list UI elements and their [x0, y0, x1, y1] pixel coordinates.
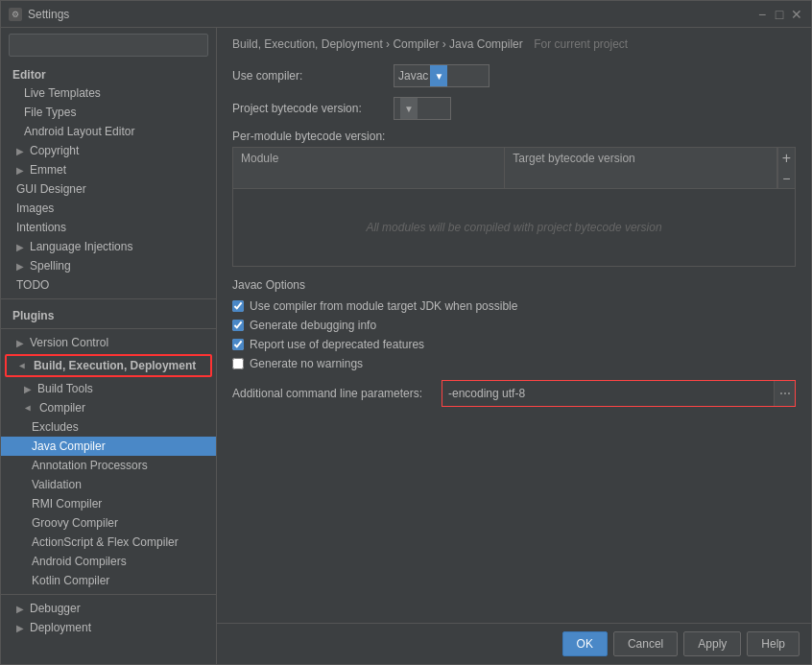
table-empty-message: All modules will be compiled with projec…: [366, 221, 661, 234]
use-compiler-label: Use compiler:: [232, 69, 386, 83]
cmd-input-wrapper: ⋯: [442, 380, 796, 407]
divider1: [1, 298, 216, 299]
use-compiler-dropdown-arrow[interactable]: ▼: [430, 65, 447, 86]
checkbox-use-compiler-module-input[interactable]: [232, 300, 244, 312]
checkbox-no-warnings-label[interactable]: Generate no warnings: [250, 357, 363, 370]
sidebar-item-java-compiler[interactable]: Java Compiler: [1, 437, 216, 456]
emmet-expand-icon: ▶: [16, 165, 24, 176]
sidebar-item-file-types[interactable]: File Types: [1, 103, 216, 122]
title-bar-buttons: − □ ✕: [755, 8, 803, 21]
use-compiler-row: Use compiler: Javac ▼: [232, 64, 796, 87]
ok-button[interactable]: OK: [562, 631, 608, 656]
checkbox-use-compiler-module: Use compiler from module target JDK when…: [232, 299, 796, 313]
sidebar-item-android-compilers[interactable]: Android Compilers: [1, 552, 216, 571]
validation-label: Validation: [32, 478, 82, 491]
maximize-button[interactable]: □: [773, 8, 786, 21]
sidebar-item-language-injections[interactable]: ▶ Language Injections: [1, 237, 216, 256]
use-compiler-value: Javac: [398, 69, 428, 83]
sidebar-item-emmet[interactable]: ▶ Emmet: [1, 160, 216, 179]
build-expand-icon: ▼: [17, 361, 28, 370]
live-templates-label: Live Templates: [24, 86, 101, 100]
help-button[interactable]: Help: [747, 631, 800, 656]
browse-icon: ⋯: [779, 387, 791, 400]
sidebar-item-spelling[interactable]: ▶ Spelling: [1, 256, 216, 275]
sidebar-item-images[interactable]: Images: [1, 199, 216, 218]
build-tools-label: Build Tools: [37, 382, 93, 395]
minimize-button[interactable]: −: [755, 8, 769, 21]
module-table: Module Target bytecode version + − All m…: [232, 147, 796, 267]
search-input[interactable]: [9, 34, 208, 57]
spelling-label: Spelling: [30, 259, 71, 273]
divider3: [1, 594, 216, 595]
android-compilers-label: Android Compilers: [32, 555, 127, 568]
per-module-label: Per-module bytecode version:: [232, 130, 385, 143]
sidebar-item-compiler[interactable]: ▼ Compiler: [1, 398, 216, 417]
cmd-params-input[interactable]: [442, 381, 774, 406]
sidebar-item-groovy-compiler[interactable]: Groovy Compiler: [1, 513, 216, 533]
copyright-expand-icon: ▶: [16, 146, 24, 156]
checkbox-no-warnings-input[interactable]: [232, 358, 244, 369]
sidebar-item-android-layout[interactable]: Android Layout Editor: [1, 122, 216, 141]
deployment-expand-icon: ▶: [16, 623, 24, 633]
table-remove-button[interactable]: −: [778, 169, 795, 188]
table-add-button[interactable]: +: [778, 148, 795, 169]
window-title: Settings: [28, 8, 69, 21]
checkbox-generate-debug: Generate debugging info: [232, 319, 796, 332]
cmd-params-label: Additional command line parameters:: [232, 387, 434, 400]
kotlin-compiler-label: Kotlin Compiler: [32, 574, 109, 587]
cmd-browse-button[interactable]: ⋯: [774, 381, 795, 406]
title-bar-left: ⚙ Settings: [9, 8, 69, 21]
lang-inject-label: Language Injections: [30, 240, 132, 253]
checkbox-generate-debug-input[interactable]: [232, 320, 244, 331]
checkbox-no-warnings: Generate no warnings: [232, 357, 796, 370]
project-bytecode-dropdown-arrow[interactable]: ▼: [400, 98, 418, 119]
sidebar-item-annotation-processors[interactable]: Annotation Processors: [1, 456, 216, 475]
sidebar-item-excludes[interactable]: Excludes: [1, 417, 216, 437]
apply-button[interactable]: Apply: [683, 631, 741, 656]
settings-window: ⚙ Settings − □ ✕ Editor Live Templates F…: [0, 0, 812, 665]
checkbox-report-deprecated-input[interactable]: [232, 339, 244, 350]
checkbox-generate-debug-label[interactable]: Generate debugging info: [250, 319, 376, 332]
sidebar: Editor Live Templates File Types Android…: [1, 28, 217, 664]
sidebar-item-copyright[interactable]: ▶ Copyright: [1, 141, 216, 160]
copyright-label: Copyright: [30, 144, 79, 157]
build-tools-expand-icon: ▶: [24, 384, 32, 394]
use-compiler-dropdown[interactable]: Javac ▼: [394, 64, 490, 87]
java-compiler-label: Java Compiler: [32, 439, 106, 453]
sidebar-item-rmi-compiler[interactable]: RMI Compiler: [1, 494, 216, 513]
sidebar-item-version-control[interactable]: ▶ Version Control: [1, 333, 216, 352]
sidebar-item-live-templates[interactable]: Live Templates: [1, 83, 216, 103]
compiler-label: Compiler: [39, 401, 85, 415]
sidebar-item-gui-designer[interactable]: GUI Designer: [1, 179, 216, 199]
project-bytecode-label: Project bytecode version:: [232, 102, 386, 115]
build-section-label: Build, Execution, Deployment: [34, 359, 196, 372]
todo-label: TODO: [16, 278, 49, 292]
sidebar-item-kotlin-compiler[interactable]: Kotlin Compiler: [1, 571, 216, 590]
divider2: [1, 328, 216, 329]
cmd-params-row: Additional command line parameters: ⋯: [232, 380, 796, 407]
checkbox-use-compiler-module-label[interactable]: Use compiler from module target JDK when…: [250, 299, 517, 313]
plugins-section-label: Plugins: [1, 303, 216, 324]
sidebar-item-debugger[interactable]: ▶ Debugger: [1, 599, 216, 618]
sidebar-item-actionscript-flex[interactable]: ActionScript & Flex Compiler: [1, 533, 216, 552]
vc-expand-icon: ▶: [16, 338, 24, 348]
checkbox-report-deprecated-label[interactable]: Report use of deprecated features: [250, 338, 424, 351]
breadcrumb: Build, Execution, Deployment › Compiler …: [217, 28, 811, 57]
compiler-expand-icon: ▼: [23, 403, 34, 413]
sidebar-item-todo[interactable]: TODO: [1, 275, 216, 295]
sidebar-item-validation[interactable]: Validation: [1, 475, 216, 494]
title-bar: ⚙ Settings − □ ✕: [1, 1, 811, 28]
close-button[interactable]: ✕: [790, 8, 803, 21]
sidebar-item-build[interactable]: ▼ Build, Execution, Deployment: [7, 356, 210, 375]
sidebar-item-intentions[interactable]: Intentions: [1, 218, 216, 237]
sidebar-item-deployment[interactable]: ▶ Deployment: [1, 618, 216, 637]
excludes-label: Excludes: [32, 420, 79, 434]
app-icon: ⚙: [9, 8, 22, 21]
sidebar-item-build-tools[interactable]: ▶ Build Tools: [1, 379, 216, 398]
project-bytecode-dropdown[interactable]: ▼: [394, 97, 451, 120]
breadcrumb-text: Build, Execution, Deployment › Compiler …: [232, 37, 523, 51]
project-bytecode-row: Project bytecode version: ▼: [232, 97, 796, 120]
table-col-bytecode: Target bytecode version: [505, 148, 776, 188]
cancel-button[interactable]: Cancel: [613, 631, 678, 656]
breadcrumb-note: For current project: [534, 37, 628, 51]
